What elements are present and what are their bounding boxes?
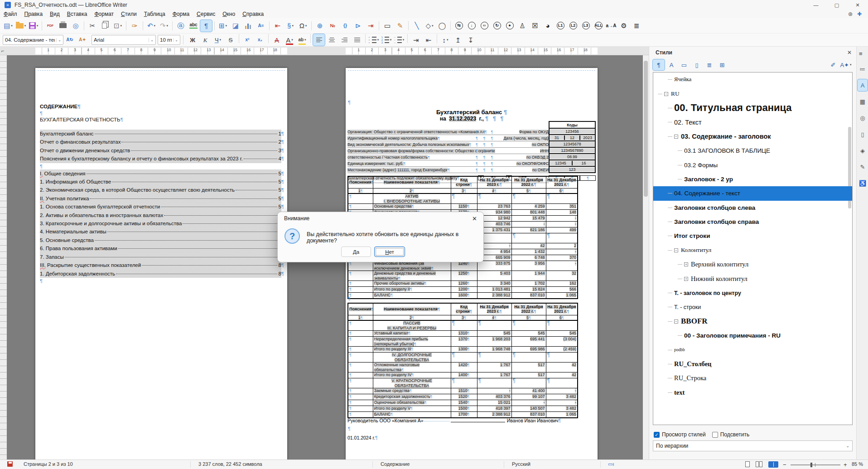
sidebar-tab-accessibility-check[interactable]: ♿ (858, 177, 868, 189)
page-style[interactable]: Содержание (381, 461, 410, 467)
sidebar-menu-icon[interactable]: ≡ (859, 50, 863, 57)
toc-entry[interactable]: 1. Дебиторская задолженность8¶ (40, 270, 284, 278)
superscript-button[interactable]: x² (241, 34, 253, 46)
insert-bookmark-button[interactable]: ⊳ (352, 20, 364, 32)
style-item[interactable]: RU_Строка (653, 371, 852, 385)
style-item[interactable]: −BBOFR (653, 314, 852, 329)
style-item[interactable]: Т. - заголовок по центру (653, 286, 852, 300)
font-name-combo[interactable]: Arial⌄ (92, 35, 156, 45)
macro-l1-button[interactable]: L1 (555, 20, 566, 32)
find-and-replace-button[interactable]: ⓐ (175, 20, 187, 32)
modified-icon[interactable] (7, 461, 13, 468)
toc-entry[interactable]: 7. Запасы7¶ (40, 253, 284, 261)
toc-entry[interactable]: III. Раскрытие существенных показателей8… (40, 261, 284, 269)
style-item[interactable]: −03. Содержание - заголовок (653, 130, 852, 144)
menu-format[interactable]: Формат (91, 10, 117, 18)
document-scrollbar[interactable] (643, 55, 649, 459)
menu-file[interactable]: Файл (0, 10, 21, 18)
toc-entry[interactable]: Бухгалтерский баланс1¶ (40, 130, 284, 138)
page-count[interactable]: Страницы 2 и 3 из 10 (24, 461, 73, 467)
menu-window[interactable]: Окно (219, 10, 239, 18)
insert-line-button[interactable]: ╲ (411, 20, 423, 32)
print-button[interactable] (57, 20, 69, 32)
style-item[interactable]: 03.1 ЗАГОЛОВОК В ТАБЛИЦЕ (653, 144, 852, 158)
list-styles-button[interactable]: ≣ (704, 59, 715, 70)
copy-button[interactable] (99, 20, 111, 32)
sidebar-tab-navigator[interactable]: ◎ (858, 112, 868, 124)
yes-button[interactable]: Да (341, 247, 371, 257)
print-preview-button[interactable]: ◎ (70, 20, 82, 32)
toc-entry[interactable]: 4. Нематериальные активы6¶ (40, 227, 284, 236)
align-center-button[interactable] (326, 34, 338, 46)
font-color-button[interactable]: A▾ (284, 34, 295, 46)
minimize-button[interactable]: — (805, 0, 826, 10)
horizontal-ruler[interactable]: ⌐ 12345678910111213141516171812345678910… (0, 47, 649, 55)
style-item[interactable]: 02. Текст (653, 115, 852, 129)
extension-icon[interactable]: ✚ (857, 11, 862, 17)
export-pdf-button[interactable]: PDF (44, 20, 56, 32)
toc-entry[interactable]: I. Общие сведения5¶ (40, 169, 284, 178)
toc-entry[interactable]: 3. Краткосрочные и долгосрочные активы и… (40, 219, 284, 227)
style-item[interactable]: −RU (653, 87, 852, 101)
vertical-ruler[interactable] (0, 55, 7, 459)
increase-paragraph-spacing-button[interactable]: ↥ (452, 34, 464, 46)
sidebar-tab-gallery[interactable]: ▦ (858, 96, 868, 107)
style-item[interactable]: Итог строки (653, 229, 852, 243)
align-left-button[interactable] (313, 34, 325, 46)
sidebar-tab-styles[interactable]: A (858, 79, 868, 91)
formatting-marks-button[interactable]: ¶ (200, 20, 212, 32)
save-button[interactable]: ▾ (28, 20, 39, 32)
format-all-button[interactable]: ≣ (631, 20, 642, 32)
grammar-check-icon[interactable]: ⊛ (848, 11, 853, 17)
document-page-2[interactable]: СОДЕРЖАНИЕ¶¶БУХГАЛТЕРСКАЯ ОТЧЕТНОСТЬ¶ Бу… (35, 68, 287, 459)
style-item[interactable]: Заголовок - 2 ур (653, 172, 852, 186)
line-spacing-button[interactable]: ↕▾ (439, 34, 451, 46)
insert-special-character-button[interactable]: Ω▾ (297, 20, 309, 32)
style-item[interactable]: −Колонтитул (653, 243, 852, 257)
no-button[interactable]: Нет (374, 247, 405, 257)
subscript-button[interactable]: x₂ (254, 34, 266, 46)
insert-image-button[interactable]: ◪ (230, 20, 241, 32)
redo-button[interactable]: ↷▾ (158, 20, 170, 32)
menu-form[interactable]: Форма (169, 10, 193, 18)
sidebar-tab-manage-changes[interactable]: ✎ (858, 161, 868, 173)
macro-visibility-button[interactable]: ◕ (542, 20, 554, 32)
text-language[interactable]: Русский (512, 461, 530, 467)
style-item[interactable]: +Нижний колонтитул (653, 271, 852, 285)
basic-shapes-button[interactable]: ◇▾ (424, 20, 435, 32)
macro-l3-button[interactable]: L3 (580, 20, 592, 32)
new-style-from-selection-button[interactable]: A✦▾ (840, 59, 852, 70)
style-item[interactable]: Заголовки столбцов слева (653, 201, 852, 215)
menu-table[interactable]: Таблица (140, 10, 169, 18)
paste-button[interactable]: ⊡▾ (112, 20, 124, 32)
toc-entry[interactable]: Пояснения к бухгалтерскому балансу и отч… (40, 155, 284, 163)
macro-l2-button[interactable]: L2 (567, 20, 579, 32)
document-page-3[interactable]: ¶ Бухгалтерский баланс ¶ на 31.12.2023 г… (346, 68, 598, 459)
insert-page-number-button[interactable]: № (327, 20, 338, 32)
clone-formatting-button[interactable]: ✑ (129, 20, 140, 32)
selection-mode-icon[interactable]: ▭ı (608, 461, 614, 467)
toc-entry[interactable]: 2. Экономическая среда, в которой Общест… (40, 186, 284, 194)
character-styles-button[interactable]: A (665, 59, 677, 70)
zoom-in-icon[interactable]: + (844, 461, 847, 468)
zoom-slider[interactable] (791, 464, 840, 465)
macro-all-button[interactable]: ALL (593, 20, 604, 32)
tab-stop-selector[interactable]: ⌐ (1, 48, 4, 53)
align-justify-button[interactable] (351, 34, 363, 46)
view-single-page-icon[interactable] (745, 461, 751, 468)
align-right-button[interactable] (338, 34, 350, 46)
undo-button[interactable]: ↶▾ (145, 20, 157, 32)
insert-page-break-button[interactable]: ⇤ (272, 20, 284, 32)
open-button[interactable]: ▾ (15, 20, 27, 32)
clear-formatting-button[interactable]: A (271, 34, 283, 46)
underline-button[interactable]: Ч▾ (212, 34, 224, 46)
macro-delete-button[interactable]: ☒ (529, 20, 541, 32)
macro-refresh-button[interactable]: ↻ (491, 20, 503, 32)
decrease-indent-button[interactable]: ⇤ (423, 34, 434, 46)
sidebar-tab-properties[interactable]: ≔ (858, 63, 868, 75)
insert-cross-reference-button[interactable]: ⇥ (365, 20, 376, 32)
menu-help[interactable]: Справка (239, 10, 267, 18)
insert-field-button[interactable]: §▾ (285, 20, 296, 32)
style-item[interactable]: RU_Столбец (653, 357, 852, 371)
menu-edit[interactable]: Правка (21, 10, 47, 18)
